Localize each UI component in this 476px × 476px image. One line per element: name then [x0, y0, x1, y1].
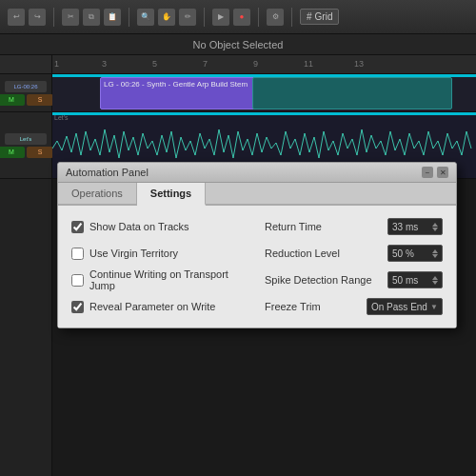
- label-transport-jump: Continue Writing on Transport Jump: [89, 268, 249, 291]
- play-icon[interactable]: ▶: [212, 9, 229, 26]
- ruler-mark-9: 9: [253, 59, 258, 69]
- tab-settings[interactable]: Settings: [137, 183, 206, 206]
- redo-icon[interactable]: ↪: [29, 9, 46, 26]
- grid-label: Grid: [315, 11, 333, 22]
- arrows-reduction: [432, 249, 438, 258]
- settings-icon[interactable]: ⚙: [267, 9, 284, 26]
- panel-title: Automation Panel: [66, 167, 149, 178]
- label-reveal-param: Reveal Parameter on Write: [89, 301, 215, 312]
- ruler-header: [0, 55, 51, 74]
- return-time-value: 33 ms: [392, 222, 418, 232]
- setting-virgin-territory: Use Virgin Territory: [71, 244, 249, 263]
- separator5: [291, 8, 292, 27]
- mute-btn-2[interactable]: M: [0, 147, 25, 158]
- audio-extension-block[interactable]: [252, 77, 452, 109]
- value-return-time[interactable]: 33 ms: [387, 218, 443, 235]
- arrow-down-icon: [432, 228, 438, 231]
- tab-operations[interactable]: Operations: [58, 183, 137, 204]
- arrow-up-icon: [432, 223, 438, 227]
- label-spike-detection: Spike Detection Range: [265, 274, 380, 286]
- chevron-down-icon: ▼: [430, 303, 438, 311]
- ruler-mark-3: 3: [102, 59, 107, 69]
- solo-btn-2[interactable]: S: [27, 147, 53, 158]
- separator3: [204, 8, 205, 27]
- grid-icon: #: [307, 11, 312, 22]
- panel-minimize-btn[interactable]: −: [422, 167, 433, 178]
- value-reduction-level[interactable]: 50 %: [387, 245, 443, 262]
- mute-btn-1[interactable]: M: [0, 94, 25, 106]
- setting-reduction-level: Reduction Level 50 %: [265, 244, 443, 263]
- spike-detection-value: 50 ms: [392, 275, 418, 286]
- separator2: [129, 8, 129, 27]
- checkbox-show-data[interactable]: [71, 221, 84, 233]
- left-settings-col: Show Data on Tracks Use Virgin Territory…: [71, 217, 249, 316]
- checkbox-reveal-param[interactable]: [71, 301, 84, 313]
- reduction-level-value: 50 %: [392, 248, 414, 259]
- right-settings-col: Return Time 33 ms Reduction Level 50 %: [265, 217, 443, 316]
- hand-icon[interactable]: ✋: [158, 9, 175, 26]
- copy-icon[interactable]: ⧉: [83, 9, 100, 26]
- toolbar-icons: ↩ ↪ ✂ ⧉ 📋 🔍 ✋ ✏ ▶ ● ⚙ # Grid: [8, 8, 468, 27]
- pencil-icon[interactable]: ✏: [179, 9, 196, 26]
- setting-spike-detection: Spike Detection Range 50 ms: [265, 270, 443, 289]
- setting-transport-jump: Continue Writing on Transport Jump: [71, 270, 249, 289]
- separator: [53, 8, 54, 27]
- panel-content: Show Data on Tracks Use Virgin Territory…: [58, 206, 456, 327]
- midi-track-row: LG - 00:26 - Synth - Gentle Arp Build St…: [52, 74, 476, 112]
- audio-track-label: Let's: [54, 114, 69, 121]
- track-control-2: Let's M S: [0, 112, 51, 179]
- setting-return-time: Return Time 33 ms: [265, 217, 443, 236]
- setting-freeze-trim: Freeze Trim On Pass End ▼: [265, 297, 443, 316]
- arrow-down-icon: [432, 281, 438, 285]
- arrow-down-icon: [432, 254, 438, 258]
- value-spike-detection[interactable]: 50 ms: [387, 271, 443, 288]
- setting-reveal-param: Reveal Parameter on Write: [71, 297, 249, 316]
- ruler: 1 3 5 7 9 11 13: [52, 55, 476, 74]
- track-name-1: LG-00:26: [5, 81, 47, 92]
- separator4: [258, 8, 259, 27]
- track-name-2: Let's: [5, 133, 47, 145]
- ruler-mark-1: 1: [54, 59, 59, 69]
- label-return-time: Return Time: [265, 221, 380, 232]
- left-sidebar: LG-00:26 M S Let's M S: [0, 55, 52, 476]
- ruler-mark-11: 11: [304, 59, 313, 69]
- zoom-icon[interactable]: 🔍: [137, 9, 154, 26]
- arrow-up-icon: [432, 276, 438, 280]
- checkbox-transport-jump[interactable]: [71, 274, 84, 287]
- no-object-title: No Object Selected: [193, 39, 284, 50]
- solo-btn-1[interactable]: S: [27, 94, 53, 106]
- title-bar: No Object Selected: [0, 34, 476, 55]
- record-icon[interactable]: ●: [233, 9, 250, 26]
- undo-icon[interactable]: ↩: [8, 9, 25, 26]
- panel-close-btn[interactable]: ✕: [437, 167, 448, 178]
- checkbox-virgin-territory[interactable]: [71, 248, 84, 260]
- toolbar: ↩ ↪ ✂ ⧉ 📋 🔍 ✋ ✏ ▶ ● ⚙ # Grid: [0, 0, 476, 34]
- label-show-data: Show Data on Tracks: [89, 221, 189, 232]
- settings-grid: Show Data on Tracks Use Virgin Territory…: [71, 217, 443, 316]
- arrows-return-time: [432, 223, 438, 231]
- automation-panel: Automation Panel − ✕ Operations Settings…: [57, 162, 457, 328]
- arrow-up-icon: [432, 249, 438, 253]
- track-control-1: LG-00:26 M S: [0, 74, 51, 112]
- setting-show-data: Show Data on Tracks: [71, 217, 249, 236]
- label-freeze-trim: Freeze Trim: [265, 301, 359, 312]
- label-reduction-level: Reduction Level: [265, 248, 380, 259]
- ruler-mark-7: 7: [203, 59, 208, 69]
- cut-icon[interactable]: ✂: [62, 9, 79, 26]
- ruler-mark-5: 5: [152, 59, 157, 69]
- dropdown-freeze-trim[interactable]: On Pass End ▼: [367, 298, 443, 315]
- paste-icon[interactable]: 📋: [104, 9, 121, 26]
- arrows-spike: [432, 276, 438, 285]
- ruler-mark-13: 13: [354, 59, 364, 69]
- panel-titlebar: Automation Panel − ✕: [58, 163, 456, 183]
- grid-button[interactable]: # Grid: [300, 9, 339, 25]
- label-virgin-territory: Use Virgin Territory: [89, 248, 178, 259]
- freeze-trim-value: On Pass End: [371, 302, 427, 312]
- panel-tabs: Operations Settings: [58, 183, 456, 206]
- audio-track-indicator: [52, 112, 476, 115]
